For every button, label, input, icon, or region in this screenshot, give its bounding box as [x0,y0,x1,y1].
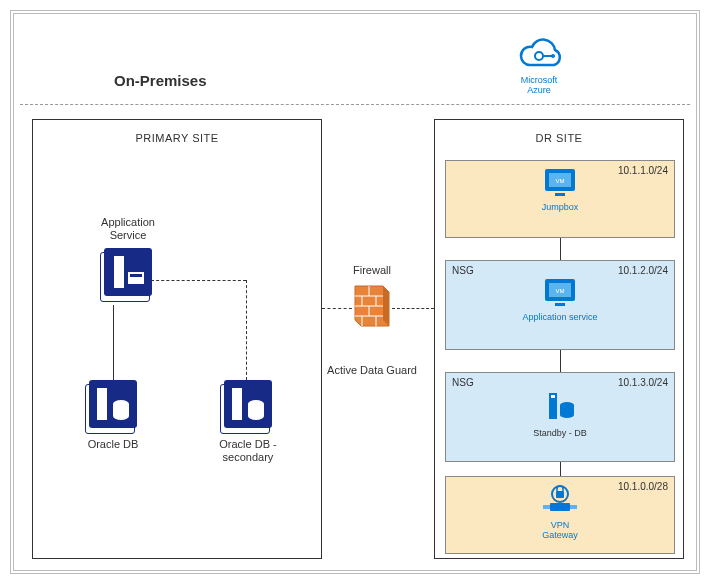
dr-site-box: DR SITE 10.1.1.0/24 VM Jumpbox NSG 10.1.… [434,119,684,559]
svg-marker-15 [383,286,389,326]
database-server-icon [224,380,272,428]
primary-title: PRIMARY SITE [33,132,321,144]
svg-point-9 [113,412,129,420]
diagram-outer-border: On-Premises Microsoft Azure PRIMARY SITE… [10,10,700,574]
cloud-icon [511,34,567,70]
server-icon [104,248,152,296]
azure-cloud: Microsoft Azure [504,34,574,96]
azure-label: Microsoft Azure [504,76,574,96]
svg-point-13 [248,412,264,420]
svg-rect-34 [551,395,555,398]
svg-rect-6 [97,388,107,420]
firewall-icon [351,280,393,332]
oracle-db-node: Oracle DB [73,380,153,451]
oracle-db-secondary-node: Oracle DB - secondary [203,380,293,464]
vpn-gateway-label: VPN Gateway [454,521,666,541]
dr-title: DR SITE [435,132,683,144]
svg-rect-10 [232,388,242,420]
jumpbox-label: Jumpbox [454,203,666,213]
nsg-label: NSG [452,377,474,388]
svg-rect-27 [555,193,565,196]
connector [151,280,246,281]
subnet-standby-db: NSG 10.1.3.0/24 Standby - DB [445,372,675,462]
svg-rect-39 [556,491,564,498]
application-service-node: Application Service [88,210,168,300]
firewall-label: Firewall [342,264,402,276]
svg-text:VM: VM [556,178,565,184]
connector [560,238,561,260]
boundary-line [20,104,690,105]
svg-rect-40 [550,503,570,511]
cidr-label: 10.1.3.0/24 [618,377,668,388]
diagram-frame: On-Premises Microsoft Azure PRIMARY SITE… [13,13,697,571]
svg-point-37 [560,412,574,418]
svg-text:VM: VM [556,288,565,294]
oracle-db-secondary-label: Oracle DB - secondary [203,438,293,464]
subnet-jumpbox: 10.1.1.0/24 VM Jumpbox [445,160,675,238]
appservice-label: Application service [454,313,666,323]
firewall-node: Firewall [342,264,402,334]
svg-rect-5 [130,274,142,277]
svg-point-2 [551,54,555,58]
connector [246,280,247,380]
vm-icon: VM [543,167,577,197]
vm-icon: VM [543,277,577,307]
vpn-gateway-icon [543,483,577,515]
cidr-label: 10.1.2.0/24 [618,265,668,276]
active-data-guard-label: Active Data Guard [322,364,422,376]
svg-rect-3 [114,256,124,288]
database-server-icon [89,380,137,428]
db-server-icon [543,389,577,423]
connector [113,305,114,380]
svg-rect-31 [555,303,565,306]
nsg-label: NSG [452,265,474,276]
standby-db-label: Standby - DB [454,429,666,439]
svg-point-0 [535,52,543,60]
subnet-appservice: NSG 10.1.2.0/24 VM Application service [445,260,675,350]
svg-rect-42 [570,505,577,509]
connector [560,462,561,476]
cidr-label: 10.1.1.0/24 [618,165,668,176]
app-service-label: Application Service [88,216,168,242]
on-premises-label: On-Premises [114,72,207,89]
oracle-db-label: Oracle DB [73,438,153,451]
connector [560,350,561,372]
primary-site-box: PRIMARY SITE Application Service Oracle … [32,119,322,559]
svg-rect-41 [543,505,550,509]
svg-rect-4 [128,272,144,284]
subnet-vpn-gateway: 10.1.0.0/28 VPN Gateway [445,476,675,554]
cidr-label: 10.1.0.0/28 [618,481,668,492]
